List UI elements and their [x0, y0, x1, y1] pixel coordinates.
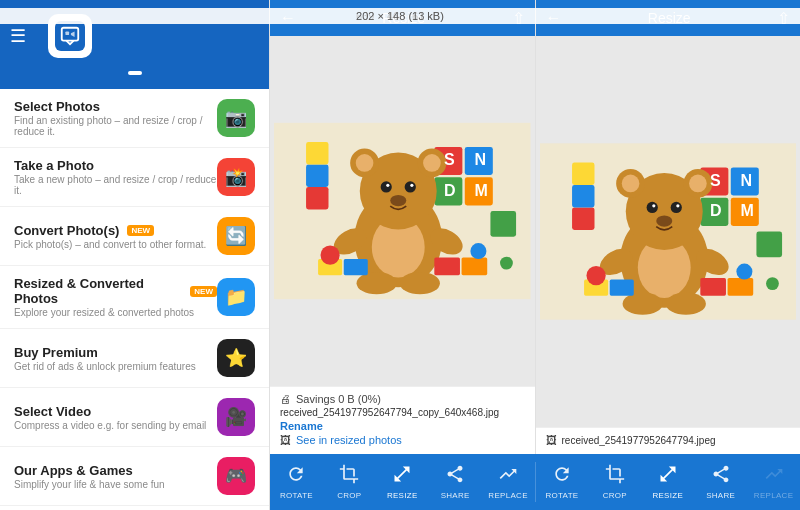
rename-link[interactable]: Rename [280, 420, 323, 432]
menu-item-title-apps-games: Our Apps & Games [14, 463, 217, 478]
toolbar-btn-crop-l[interactable]: CROP [323, 460, 376, 504]
svg-text:D: D [444, 181, 456, 199]
sidebar-item-take-photo[interactable]: Take a Photo Take a new photo – and resi… [0, 148, 269, 207]
menu-icon-btn-apps-games[interactable]: 🎮 [217, 457, 255, 495]
svg-rect-45 [572, 163, 594, 185]
menu-item-title-buy-premium: Buy Premium [14, 345, 217, 360]
svg-rect-65 [700, 278, 726, 296]
menu-icon-btn-select-photos[interactable]: 📷 [217, 99, 255, 137]
menu-item-subtitle-select-photos: Find an existing photo – and resize / cr… [14, 115, 217, 137]
toolbar-btn-share-l[interactable]: SHARE [429, 460, 482, 504]
select-video-icon: 🎥 [225, 406, 247, 428]
menu-icon-btn-select-video[interactable]: 🎥 [217, 398, 255, 436]
svg-point-57 [676, 204, 679, 207]
svg-rect-30 [462, 257, 488, 275]
toolbar-btn-replace-r: REPLACE [747, 460, 800, 504]
resized-converted-icon: 📁 [225, 286, 247, 308]
toolbar-btn-crop-r[interactable]: CROP [588, 460, 641, 504]
share-r-icon [711, 464, 731, 489]
filename-text: received_2541977952647794_copy_640x468.j… [280, 407, 499, 418]
svg-rect-44 [572, 185, 594, 207]
sidebar-item-select-photos[interactable]: Select Photos Find an existing photo – a… [0, 89, 269, 148]
svg-text:S: S [444, 150, 455, 168]
svg-rect-46 [756, 232, 782, 258]
photo-image: S N D M [274, 40, 531, 382]
toolbar-btn-resize-l[interactable]: RESIZE [376, 460, 429, 504]
toolbar-btn-replace-l[interactable]: REPLACE [482, 460, 535, 504]
share-l-label: SHARE [441, 491, 470, 500]
convert-photos-icon: 🔄 [225, 225, 247, 247]
menu-item-title-select-photos: Select Photos [14, 99, 217, 114]
sidebar-item-resized-converted[interactable]: Resized & Converted PhotosNEW Explore yo… [0, 266, 269, 329]
menu-item-text-take-photo: Take a Photo Take a new photo – and resi… [14, 158, 217, 196]
resize-r-label: RESIZE [652, 491, 683, 500]
toolbar-right-group: ROTATE CROP RESIZE SHARE REPLACE [536, 460, 801, 504]
filename-row: received_2541977952647794_copy_640x468.j… [280, 407, 525, 418]
svg-point-61 [622, 292, 662, 314]
menu-item-subtitle-apps-games: Simplify your life & have some fun [14, 479, 217, 490]
sidebar-item-apps-games[interactable]: Our Apps & Games Simplify your life & ha… [0, 447, 269, 506]
menu-icon-btn-take-photo[interactable]: 📸 [217, 158, 255, 196]
replace-l-icon [498, 464, 518, 489]
image-icon: 🖼 [280, 434, 291, 446]
svg-text:S: S [709, 171, 720, 189]
image-icon-r: 🖼 [546, 434, 557, 446]
svg-rect-9 [306, 142, 328, 164]
menu-item-text-select-video: Select Video Compress a video e.g. for s… [14, 404, 217, 431]
menu-icon-btn-convert-photos[interactable]: 🔄 [217, 217, 255, 255]
menu-item-text-resized-converted: Resized & Converted PhotosNEW Explore yo… [14, 276, 217, 318]
share-l-icon [445, 464, 465, 489]
toolbar-btn-share-r[interactable]: SHARE [694, 460, 747, 504]
menu-item-subtitle-take-photo: Take a new photo – and resize / crop / r… [14, 174, 217, 196]
menu-item-title-resized-converted: Resized & Converted PhotosNEW [14, 276, 217, 306]
menu-icon-btn-buy-premium[interactable]: ⭐ [217, 339, 255, 377]
svg-point-51 [621, 175, 639, 193]
svg-text:M: M [740, 201, 753, 219]
see-in-link[interactable]: See in resized photos [296, 434, 402, 446]
sidebar-item-convert-photos[interactable]: Convert Photo(s)NEW Pick photo(s) – and … [0, 207, 269, 266]
sidebar-item-select-video[interactable]: Select Video Compress a video e.g. for s… [0, 388, 269, 447]
filename-text-r: received_2541977952647794.jpeg [562, 435, 716, 446]
toolbar-btn-resize-r[interactable]: RESIZE [641, 460, 694, 504]
svg-rect-10 [490, 211, 516, 237]
svg-point-67 [586, 266, 605, 285]
replace-l-label: REPLACE [488, 491, 527, 500]
svg-point-20 [386, 184, 389, 187]
menu-item-text-convert-photos: Convert Photo(s)NEW Pick photo(s) – and … [14, 223, 217, 250]
bottom-toolbar: ROTATE CROP RESIZE SHARE REPLACE ROTATE … [270, 454, 800, 510]
panel-info-left: 🖨 Savings 0 B (0%) received_254197795264… [270, 386, 535, 454]
svg-point-58 [656, 215, 672, 226]
rotate-l-icon [286, 464, 306, 489]
svg-text:N: N [740, 171, 752, 189]
new-badge: NEW [190, 286, 217, 297]
new-badge: NEW [127, 225, 154, 236]
replace-r-label: REPLACE [754, 491, 793, 500]
savings-text: Savings 0 B (0%) [296, 393, 381, 405]
apps-games-icon: 🎮 [225, 465, 247, 487]
svg-rect-28 [344, 259, 368, 275]
rename-row: Rename [280, 420, 525, 432]
sidebar-item-buy-premium[interactable]: Buy Premium Get rid of ads & unlock prem… [0, 329, 269, 388]
toolbar-btn-rotate-l[interactable]: ROTATE [270, 460, 323, 504]
svg-point-17 [423, 154, 441, 172]
svg-point-25 [357, 272, 397, 294]
printer-icon: 🖨 [280, 393, 291, 405]
hamburger-icon[interactable]: ☰ [10, 25, 26, 47]
menu-icon-btn-resized-converted[interactable]: 📁 [217, 278, 255, 316]
svg-text:M: M [474, 181, 487, 199]
menu-item-text-buy-premium: Buy Premium Get rid of ads & unlock prem… [14, 345, 217, 372]
app-logo-svg [59, 25, 81, 47]
svg-point-15 [356, 154, 374, 172]
select-photos-icon: 📷 [225, 107, 247, 129]
panels: ← Resize ⇧ 639 × 468 (61 kB) [270, 0, 800, 454]
toolbar-btn-rotate-r[interactable]: ROTATE [536, 460, 589, 504]
main-content: ← Resize ⇧ 639 × 468 (61 kB) [270, 0, 800, 510]
menu-item-title-take-photo: Take a Photo [14, 158, 217, 173]
photo-image: S N D M [540, 40, 797, 423]
image-label-right: 202 × 148 (13 kB) [536, 8, 801, 24]
svg-point-68 [736, 264, 752, 280]
resize-r-icon [658, 464, 678, 489]
svg-rect-43 [572, 207, 594, 229]
svg-point-33 [500, 257, 513, 270]
crop-r-icon [605, 464, 625, 489]
